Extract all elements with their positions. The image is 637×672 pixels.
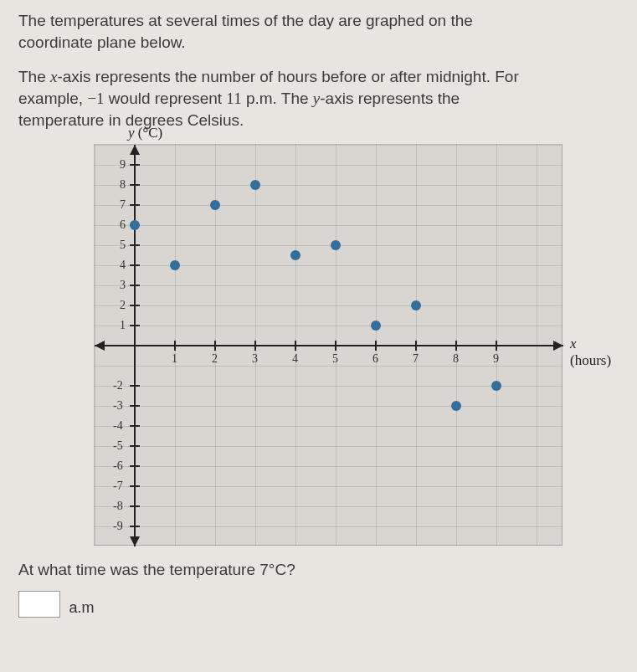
q-val: 7°C: [259, 561, 286, 578]
y-label-unit: (°C): [138, 125, 162, 141]
ytick-n6: -6: [113, 459, 123, 473]
eleven: 11: [226, 90, 241, 107]
question-text: At what time was the temperature 7°C?: [18, 561, 620, 579]
y-axis-label: y (°C): [128, 125, 162, 141]
x-axis-label: x (hours): [570, 336, 611, 369]
answer-input[interactable]: [18, 591, 60, 618]
ytick-n9: -9: [113, 520, 123, 533]
svg-marker-5: [130, 536, 140, 546]
ytick-n5: -5: [113, 439, 123, 453]
l2b-pre: example,: [18, 90, 87, 107]
xtick-8: 8: [453, 352, 459, 366]
data-point: [411, 300, 421, 310]
l2b-pm: p.m.: [242, 90, 277, 107]
ytick-p2: 2: [120, 299, 126, 312]
l2b-mid: would represent: [105, 90, 227, 107]
data-point: [371, 321, 381, 331]
xtick-7: 7: [413, 352, 419, 366]
l2b-post: The: [277, 90, 313, 107]
data-point: [130, 220, 140, 230]
neg1: −1: [87, 90, 104, 107]
data-point: [331, 240, 341, 250]
l2a-post: -axis represents the number of hours bef…: [57, 68, 518, 85]
xtick-6: 6: [372, 352, 378, 366]
ytick-n7: -7: [113, 480, 123, 493]
svg-marker-3: [95, 341, 105, 351]
svg-marker-2: [553, 341, 563, 351]
answer-unit: a.m: [69, 599, 94, 616]
xtick-9: 9: [493, 352, 499, 366]
q-post: ?: [286, 561, 295, 578]
problem-intro-1: The temperatures at several times of the…: [18, 10, 620, 53]
data-point: [170, 260, 180, 270]
x-label-unit: (hours): [570, 352, 611, 368]
intro-line1a: The temperatures at several times of the…: [18, 12, 473, 29]
xtick-1: 1: [172, 352, 177, 366]
intro-line1b: coordinate plane below.: [18, 33, 186, 51]
x-label-var: x: [570, 336, 577, 351]
ytick-n3: -3: [113, 399, 123, 413]
xtick-4: 4: [292, 352, 298, 366]
answer-row: a.m: [18, 579, 620, 622]
scatter-chart: y (°C) x (hours) 1 2 3 4 5 6 7 8 9 1 2 3…: [94, 144, 563, 546]
data-point: [250, 180, 260, 190]
ytick-p1: 1: [120, 319, 126, 332]
xtick-2: 2: [212, 352, 218, 366]
l2a-pre: The: [18, 68, 50, 85]
data-point: [451, 401, 461, 411]
l2b-end: -axis represents the: [320, 90, 460, 107]
ytick-n4: -4: [113, 419, 123, 433]
ytick-n2: -2: [113, 379, 123, 392]
ytick-p6: 6: [120, 218, 126, 232]
ytick-n8: -8: [113, 500, 123, 513]
xtick-3: 3: [252, 352, 258, 366]
data-point: [491, 381, 501, 391]
ytick-p7: 7: [120, 198, 126, 212]
q-pre: At what time was the temperature: [18, 561, 259, 578]
y-label-var: y: [128, 125, 135, 141]
data-point: [290, 250, 301, 260]
ytick-p5: 5: [120, 239, 126, 252]
ytick-p8: 8: [120, 178, 126, 192]
xtick-5: 5: [332, 352, 338, 366]
ytick-p9: 9: [120, 158, 126, 172]
svg-marker-4: [130, 145, 140, 155]
axes: [95, 145, 563, 546]
ytick-p4: 4: [120, 259, 126, 272]
data-point: [210, 200, 220, 210]
ytick-p3: 3: [120, 279, 126, 292]
problem-intro-2: The x-axis represents the number of hour…: [18, 66, 620, 131]
